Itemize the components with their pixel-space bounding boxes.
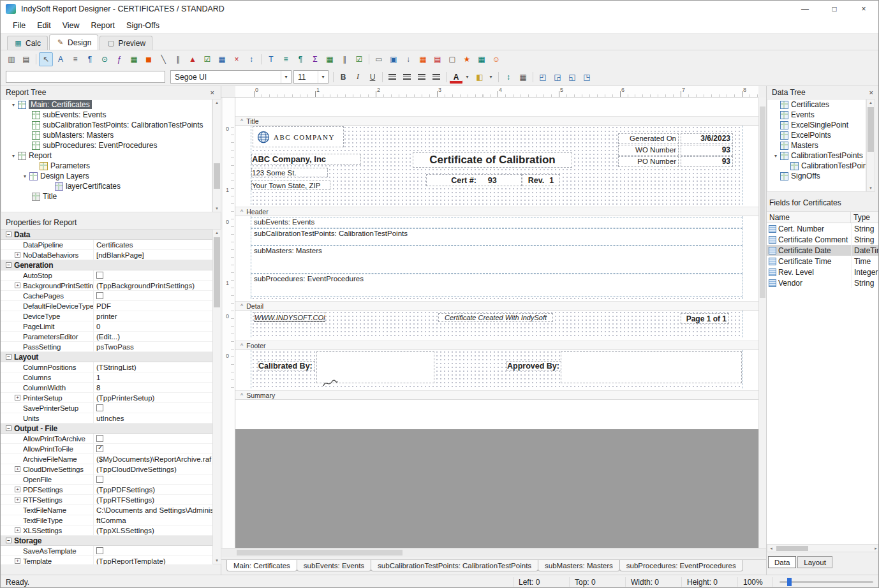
calendar-tool-icon[interactable]: ▤	[431, 52, 445, 66]
canvas-vertical-scrollbar[interactable]	[758, 98, 766, 548]
checkbox[interactable]	[96, 435, 103, 442]
expand-arrow-icon[interactable]: ▾	[771, 153, 780, 159]
user-tool-icon[interactable]: ☺	[489, 52, 503, 66]
property-value[interactable]	[93, 434, 212, 443]
scroll-left-icon[interactable]: ◂	[767, 545, 775, 552]
chart-tool-icon[interactable]: ▲	[186, 52, 200, 66]
checkbox[interactable]	[96, 404, 103, 411]
scrollbar-thumb[interactable]	[868, 107, 874, 152]
panel-tab[interactable]: Layout	[797, 556, 832, 568]
property-value[interactable]	[93, 474, 212, 484]
checkbox[interactable]	[96, 292, 103, 299]
property-value[interactable]	[93, 403, 212, 413]
select-tool-icon[interactable]: ↖	[39, 52, 53, 66]
scroll-up-icon[interactable]: ▴	[213, 99, 221, 106]
scrollbar-thumb[interactable]	[237, 550, 403, 555]
scrollbar-thumb[interactable]	[214, 163, 220, 189]
property-row[interactable]: SavePrinterSetup	[1, 403, 212, 413]
info-value[interactable]: 93	[681, 145, 733, 156]
font-color-button[interactable]: A	[449, 70, 463, 84]
property-row[interactable]: DefaultFileDeviceType PDF	[1, 301, 212, 311]
property-row[interactable]: − Data	[1, 230, 212, 240]
delete-tool-icon[interactable]: ×	[230, 52, 244, 66]
info-value[interactable]: 93	[681, 156, 733, 167]
page-number-label[interactable]: Page 1 of 1	[681, 313, 729, 324]
field-row[interactable]: Certificate Date DateTime	[767, 245, 879, 256]
expand-box-icon[interactable]: +	[15, 252, 20, 258]
company-address-line2[interactable]: Your Town State, ZIP	[251, 180, 330, 190]
scrollbar-thumb[interactable]	[776, 546, 808, 551]
font-name-combo[interactable]: Segoe UI ▾	[170, 70, 292, 84]
report-tree-item[interactable]: layerCertificates	[1, 181, 212, 191]
image-tool-icon[interactable]: ▦	[127, 52, 141, 66]
shape-tool-icon[interactable]: ◼	[142, 52, 156, 66]
data-tree-scrollbar[interactable]: ▴ ▾	[866, 99, 875, 192]
dbcheckbox-tool-icon[interactable]: ☑	[352, 52, 366, 66]
checkbox[interactable]	[96, 476, 103, 483]
report-tab[interactable]: subEvents: Events	[297, 560, 371, 571]
region-tool-icon[interactable]: ▭	[372, 52, 386, 66]
expand-box-icon[interactable]: −	[6, 354, 11, 360]
report-tree-item[interactable]: subEvents: Events	[1, 110, 212, 120]
property-value[interactable]: (TppPDFSettings)	[93, 485, 212, 494]
property-value[interactable]: (TStringList)	[93, 362, 212, 372]
info-label[interactable]: Generated On	[618, 133, 679, 144]
align-left-button[interactable]	[385, 70, 399, 84]
band-header-header[interactable]: Header	[235, 207, 758, 216]
property-row[interactable]: AutoStop	[1, 270, 212, 281]
dbbarcode-tool-icon[interactable]: ∥	[337, 52, 351, 66]
toolbar-separator[interactable]	[531, 70, 535, 84]
zoom-slider-track[interactable]	[779, 581, 873, 583]
zoom-slider-thumb[interactable]	[787, 578, 792, 586]
property-value[interactable]: C:\Documents and Settings\Administr	[93, 505, 212, 515]
column-header-name[interactable]: Name	[767, 212, 851, 223]
property-value[interactable]	[84, 230, 212, 239]
bring-to-front-button[interactable]: ◰	[536, 70, 550, 84]
property-row[interactable]: PassSetting psTwoPass	[1, 342, 212, 352]
property-value[interactable]: printer	[93, 311, 212, 321]
checkbox-tool-icon[interactable]: ☑	[200, 52, 214, 66]
send-backward-button[interactable]: ◳	[580, 70, 594, 84]
data-tree-item[interactable]: Masters	[767, 140, 866, 151]
property-row[interactable]: PageLimit 0	[1, 321, 212, 332]
data-tree-item[interactable]: Certificates	[767, 99, 866, 110]
expand-box-icon[interactable]: +	[15, 395, 20, 401]
scroll-right-icon[interactable]: ▸	[872, 545, 879, 552]
field-row[interactable]: Rev. Level Integer	[767, 267, 879, 277]
close-icon[interactable]: ×	[209, 89, 216, 96]
property-value[interactable]: (TppXLSSettings)	[93, 526, 212, 535]
report-tree-item[interactable]: subProcedures: EventProcedures	[1, 140, 212, 151]
expand-box-icon[interactable]: −	[6, 262, 11, 268]
frame-button[interactable]: ▦	[516, 70, 530, 84]
menu-item[interactable]: Sign-Offs	[121, 18, 165, 33]
subreport-strip[interactable]: subEvents: Events	[251, 217, 742, 228]
property-row[interactable]: + XLSSettings (TppXLSSettings)	[1, 526, 212, 536]
report-outline-icon[interactable]: ▥	[4, 52, 18, 66]
report-tab[interactable]: subCalibrationTestPoints: CalibrationTes…	[371, 560, 538, 571]
properties-scrollbar[interactable]: ▴ ▾	[212, 229, 221, 564]
memo-tool-icon[interactable]: ≡	[68, 52, 82, 66]
data-outline-icon[interactable]: ▤	[19, 52, 33, 66]
property-row[interactable]: + Template (TppReportTemplate)	[1, 556, 212, 564]
website-label[interactable]: WWW.INDYSOFT.COM	[254, 312, 325, 322]
property-row[interactable]: + PrinterSetup (TppPrinterSetup)	[1, 393, 212, 403]
label-tool-icon[interactable]: A	[54, 52, 68, 66]
variable-tool-icon[interactable]: ƒ	[112, 52, 126, 66]
field-row[interactable]: Certificate Time Time	[767, 256, 879, 267]
property-value[interactable]: psTwoPass	[93, 342, 212, 351]
property-value[interactable]: PDF	[93, 301, 212, 311]
info-label[interactable]: PO Number	[618, 156, 679, 167]
expand-box-icon[interactable]: +	[15, 497, 20, 503]
report-tab[interactable]: subMasters: Masters	[538, 560, 620, 571]
bold-button[interactable]: B	[336, 70, 350, 84]
checkbox[interactable]	[96, 272, 103, 279]
report-tree-item[interactable]: ▾ Design Layers	[1, 171, 212, 181]
property-value[interactable]: ($MyDocuments)\ReportArchive.raf	[93, 454, 212, 464]
property-row[interactable]: + NoDataBehaviors [ndBlankPage]	[1, 250, 212, 260]
info-row[interactable]: WO Number 93	[618, 145, 734, 156]
send-to-back-button[interactable]: ◲	[550, 70, 565, 84]
scrollbar-thumb[interactable]	[760, 107, 765, 298]
expand-box-icon[interactable]: −	[6, 232, 11, 237]
field-row[interactable]: Cert. Number String	[767, 223, 879, 234]
inline-edit-input[interactable]	[6, 71, 165, 83]
